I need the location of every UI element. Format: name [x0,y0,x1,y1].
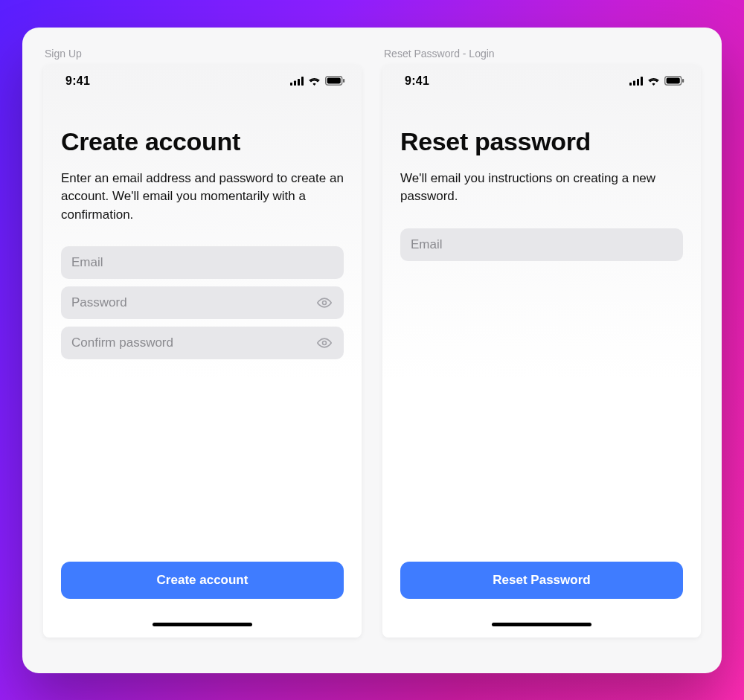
home-indicator-bar [153,623,252,626]
home-indicator [43,612,362,638]
spacer [61,367,344,561]
reset-email-field[interactable] [411,237,673,252]
email-field[interactable] [71,255,333,270]
confirm-password-field-wrapper [61,327,344,359]
battery-icon [325,76,345,86]
eye-icon[interactable] [315,334,333,352]
cellular-icon [290,77,304,86]
home-indicator-bar [492,623,591,626]
svg-rect-0 [290,83,292,86]
reset-title: Reset password [400,127,683,156]
signup-title: Create account [61,127,344,156]
reset-subtitle: We'll email you instructions on creating… [400,170,683,206]
reset-column: Reset Password - Login 9:41 Reset [382,48,701,638]
status-time: 9:41 [65,74,90,88]
reset-email-field-wrapper [400,228,683,261]
reset-password-button[interactable]: Reset Password [400,562,683,599]
svg-point-8 [323,341,327,345]
svg-rect-6 [343,79,344,83]
email-field-wrapper [61,246,344,279]
password-field-wrapper [61,286,344,319]
svg-rect-2 [298,79,300,86]
status-icons [629,76,684,86]
spacer [400,269,683,562]
svg-rect-12 [641,77,643,86]
signup-content: Create account Enter an email address an… [43,97,362,612]
signup-subtitle: Enter an email address and password to c… [61,170,344,225]
reset-screen: 9:41 Reset password We'll email you inst… [382,65,701,638]
svg-rect-3 [301,77,304,86]
eye-icon[interactable] [315,294,333,312]
artboard: Sign Up 9:41 Create account [22,28,722,673]
signup-column: Sign Up 9:41 Create account [43,48,362,638]
signup-label: Sign Up [45,48,362,59]
create-account-button[interactable]: Create account [61,562,344,599]
reset-label: Reset Password - Login [384,48,701,59]
reset-content: Reset password We'll email you instructi… [382,97,701,612]
svg-rect-14 [667,78,680,84]
svg-rect-9 [629,83,632,86]
svg-rect-11 [637,79,639,86]
svg-rect-5 [327,78,341,84]
confirm-password-field[interactable] [71,335,315,350]
svg-point-7 [323,301,327,305]
password-field[interactable] [71,295,315,310]
svg-rect-10 [633,80,635,86]
status-icons [290,76,345,86]
status-time: 9:41 [405,74,429,88]
wifi-icon [647,77,660,86]
signup-screen: 9:41 Create account Enter an email addre… [43,65,362,638]
battery-icon [664,76,684,86]
svg-rect-15 [682,79,684,83]
cellular-icon [629,77,643,86]
wifi-icon [308,77,321,86]
home-indicator [382,612,701,638]
status-bar: 9:41 [382,65,701,97]
status-bar: 9:41 [43,65,362,97]
svg-rect-1 [294,80,296,86]
